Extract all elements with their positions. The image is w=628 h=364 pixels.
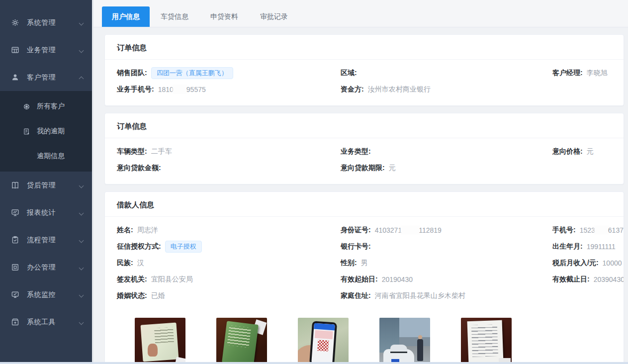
field-account-manager: 客户经理: 李晓旭 bbox=[552, 65, 612, 81]
sidebar-item-label: 办公管理 bbox=[27, 263, 79, 272]
card-title: 订单信息 bbox=[105, 35, 624, 59]
order-info-card: 订单信息 销售团队: 四团一营（直属王鹏飞） 区域: 客户经理: 李晓旭 业务手… bbox=[104, 34, 624, 106]
paper-doc-photo[interactable]: 其他材料 bbox=[461, 318, 512, 364]
field-gender: 性别: 男 bbox=[341, 255, 552, 271]
field-id-number: 身份证号: 4103271112819 bbox=[341, 222, 552, 238]
sidebar-item-label: 系统管理 bbox=[27, 18, 79, 27]
field-valid-to: 有效截止日: 20390430 bbox=[552, 271, 612, 287]
sidebar-item-label: 逾期信息 bbox=[37, 152, 65, 161]
field-issuing-authority: 签发机关: 宜阳县公安局 bbox=[117, 271, 341, 287]
customer-management-submenu: 所有客户 我的逾期 逾期信息 bbox=[0, 91, 92, 172]
document-photos: 人车照 绿本证件页 授权码页 人车照 bbox=[105, 312, 624, 364]
sidebar-item-label: 系统工具 bbox=[27, 318, 79, 327]
redaction-patch bbox=[174, 86, 186, 93]
sidebar-item-overdue-info[interactable]: 逾期信息 bbox=[0, 144, 92, 169]
credit-auth-tag[interactable]: 电子授权 bbox=[165, 241, 202, 253]
sales-team-tag[interactable]: 四团一营（直属王鹏飞） bbox=[151, 67, 233, 79]
field-business-type: 业务类型: bbox=[341, 143, 552, 160]
redaction-patch bbox=[595, 226, 608, 234]
field-bank-card: 银行卡号: bbox=[341, 238, 552, 255]
chevron-down-icon bbox=[79, 210, 84, 215]
sidebar-item-system-tools[interactable]: 系统工具 bbox=[0, 308, 92, 336]
document-icon bbox=[23, 127, 31, 135]
chevron-down-icon bbox=[79, 238, 84, 243]
field-credit-auth-method: 征信授权方式: 电子授权 bbox=[117, 238, 341, 255]
main-content: 用户信息 车贷信息 申贷资料 审批记录 订单信息 销售团队: 四团一营（直属王鹏… bbox=[92, 0, 628, 364]
toolbox-icon bbox=[11, 318, 20, 327]
chevron-up-icon bbox=[79, 75, 84, 80]
auth-qr-thumbnail[interactable] bbox=[298, 318, 349, 364]
nested-square-icon bbox=[11, 263, 20, 272]
chevron-down-icon bbox=[79, 183, 84, 188]
clipboard-icon bbox=[11, 236, 20, 245]
field-name: 姓名: 周志洋 bbox=[117, 222, 341, 238]
sidebar-item-process-management[interactable]: 流程管理 bbox=[0, 226, 92, 254]
field-intent-loan-amount: 意向贷款金额: bbox=[117, 160, 341, 176]
chevron-down-icon bbox=[79, 265, 84, 270]
sidebar-item-system-management[interactable]: 系统管理 bbox=[0, 9, 92, 36]
loan-intent-card: 订单信息 车辆类型: 二手车 业务类型: 意向价格: 元 意向贷款金额: 意向贷… bbox=[104, 113, 624, 184]
sidebar-item-label: 流程管理 bbox=[27, 236, 79, 245]
sidebar-item-label: 客户管理 bbox=[27, 73, 79, 82]
green-booklet-thumbnail[interactable] bbox=[216, 318, 267, 364]
chevron-down-icon bbox=[79, 48, 84, 53]
chevron-down-icon bbox=[79, 292, 84, 297]
monitor-chart-icon bbox=[11, 208, 20, 217]
sidebar-divider bbox=[92, 0, 93, 364]
tab-loan-application-docs[interactable]: 申贷资料 bbox=[199, 6, 249, 27]
field-vehicle-type: 车辆类型: 二手车 bbox=[117, 143, 341, 160]
grid-icon bbox=[11, 46, 20, 55]
field-home-address: 家庭住址: 河南省宜阳县花果山乡木柴村 bbox=[341, 287, 552, 304]
sidebar-item-postloan-management[interactable]: 贷后管理 bbox=[0, 172, 92, 199]
sidebar-item-label: 报表统计 bbox=[27, 208, 79, 217]
tab-user-info[interactable]: 用户信息 bbox=[102, 6, 150, 27]
person-car-photo[interactable]: 人车照 bbox=[379, 318, 430, 364]
sidebar-item-customer-management[interactable]: 客户管理 bbox=[0, 64, 92, 91]
sidebar-item-office-management[interactable]: 办公管理 bbox=[0, 254, 92, 281]
field-mobile-phone: 手机号: 15236137 bbox=[552, 222, 612, 238]
borrower-info-card: 借款人信息 姓名: 周志洋 身份证号: 4103271112819 手机号: 1… bbox=[104, 191, 624, 364]
sidebar-item-label: 我的逾期 bbox=[37, 127, 65, 136]
auth-qr-photo[interactable]: 授权码页 bbox=[298, 318, 349, 364]
sidebar-item-label: 业务管理 bbox=[27, 46, 79, 55]
card-title: 借款人信息 bbox=[105, 192, 624, 216]
sidebar-item-system-monitor[interactable]: 系统监控 bbox=[0, 281, 92, 308]
field-birth-date: 出生年月: 19911111 bbox=[552, 238, 612, 255]
green-booklet-photo[interactable]: 绿本证件页 bbox=[216, 318, 267, 364]
sidebar-item-business-management[interactable]: 业务管理 bbox=[0, 36, 92, 64]
id-card-thumbnail[interactable] bbox=[135, 318, 185, 364]
field-sales-team: 销售团队: 四团一营（直属王鹏飞） bbox=[117, 65, 341, 81]
paper-doc-thumbnail[interactable] bbox=[461, 318, 512, 364]
sidebar-item-my-overdue[interactable]: 我的逾期 bbox=[0, 119, 92, 144]
field-ethnicity: 民族: 汉 bbox=[117, 255, 341, 271]
field-funder: 资金方: 汝州市农村商业银行 bbox=[341, 81, 552, 97]
field-marital-status: 婚姻状态: 已婚 bbox=[117, 287, 341, 304]
sidebar-item-report-statistics[interactable]: 报表统计 bbox=[0, 199, 92, 226]
id-card-photo[interactable]: 人车照 bbox=[135, 318, 185, 364]
tab-approval-records[interactable]: 审批记录 bbox=[249, 6, 299, 27]
detail-tabs: 用户信息 车贷信息 申贷资料 审批记录 bbox=[92, 0, 628, 27]
book-icon bbox=[11, 181, 20, 190]
monitor-check-icon bbox=[11, 290, 20, 299]
sidebar-item-label: 所有客户 bbox=[37, 102, 65, 111]
tab-car-loan-info[interactable]: 车贷信息 bbox=[150, 6, 199, 27]
gear-icon bbox=[11, 18, 20, 27]
chevron-down-icon bbox=[79, 320, 84, 325]
field-valid-from: 有效起始日: 20190430 bbox=[341, 271, 552, 287]
field-region: 区域: bbox=[341, 65, 552, 81]
field-business-phone: 业务手机号: 181095575 bbox=[117, 81, 341, 97]
chevron-down-icon bbox=[79, 20, 84, 25]
field-intent-price: 意向价格: 元 bbox=[552, 143, 612, 160]
field-monthly-income: 税后月收入/元: 10000 bbox=[552, 255, 612, 271]
field-intent-loan-term: 意向贷款期限: 元 bbox=[341, 160, 552, 176]
person-car-thumbnail[interactable] bbox=[379, 318, 430, 364]
user-icon bbox=[11, 73, 20, 82]
card-title: 订单信息 bbox=[105, 113, 624, 138]
sidebar-item-all-customers[interactable]: 所有客户 bbox=[0, 94, 92, 119]
horizontal-scrollbar[interactable] bbox=[0, 362, 628, 364]
sidebar-item-label: 系统监控 bbox=[27, 290, 79, 299]
sidebar-item-label: 贷后管理 bbox=[27, 181, 79, 190]
sidebar: 系统管理 业务管理 客户管理 所有客户 我的逾期 逾期信息 bbox=[0, 0, 92, 364]
wheel-icon bbox=[23, 102, 31, 110]
redaction-patch bbox=[402, 226, 419, 234]
